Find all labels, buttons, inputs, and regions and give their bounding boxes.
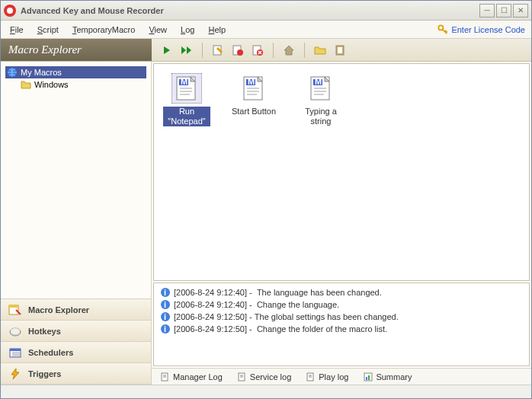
toolbar-separator [304, 43, 305, 58]
toolbar-separator [202, 43, 203, 58]
log-icon [306, 372, 316, 381]
nav-macro-explorer[interactable]: Macro Explorer [1, 299, 151, 321]
triggers-icon [8, 368, 22, 380]
summary-icon [364, 372, 373, 381]
window-title: Advanced Key and Mouse Recorder [21, 6, 479, 15]
enter-license-link[interactable]: Enter License Code [437, 24, 525, 35]
menu-view[interactable]: View [146, 24, 170, 36]
tree-node-windows[interactable]: Windows [19, 78, 146, 91]
menu-script[interactable]: Script [34, 24, 62, 36]
menubar: File Script TemporaryMacro View Log Help… [1, 21, 531, 39]
log-message: Change the folder of the macro list. [257, 324, 387, 334]
key-icon [437, 24, 448, 35]
nav-schedulers[interactable]: Schedulers [1, 342, 151, 363]
log-tab-summary[interactable]: Summary [359, 371, 416, 383]
svg-point-12 [11, 328, 20, 334]
log-time: [2006-8-24 9:12:50] - [174, 324, 252, 334]
svg-rect-10 [9, 305, 18, 308]
play-all-button[interactable] [179, 43, 194, 58]
macro-list[interactable]: M Run "Notepad" M Start Button M Typing … [153, 63, 530, 281]
sidebar: My Macros Windows Macro Explorer Hotkeys [1, 62, 152, 385]
svg-rect-14 [10, 349, 21, 351]
log-message: The global settings has been changed. [255, 312, 399, 321]
log-message: The language has been changed. [257, 288, 382, 297]
macro-item-run-notepad[interactable]: M Run "Notepad" [163, 73, 210, 126]
log-message: Change the language. [257, 300, 339, 309]
log-icon [161, 372, 170, 381]
delete-button[interactable] [250, 43, 265, 58]
hotkeys-icon [8, 325, 22, 337]
edit-button[interactable] [210, 43, 226, 58]
info-icon: i [160, 324, 171, 334]
globe-icon [7, 67, 18, 78]
svg-rect-55 [368, 375, 370, 380]
play-button[interactable] [159, 43, 175, 58]
log-tab-service[interactable]: Service log [233, 371, 296, 383]
main-panel: M Run "Notepad" M Start Button M Typing … [152, 62, 531, 385]
svg-rect-7 [338, 47, 342, 53]
svg-point-3 [237, 49, 243, 56]
tab-label: Summary [376, 372, 412, 381]
tab-label: Play log [319, 372, 348, 381]
nav-label: Hotkeys [28, 327, 61, 336]
close-button[interactable]: ✕ [513, 4, 528, 18]
svg-text:M: M [248, 77, 255, 86]
tab-label: Service log [250, 372, 291, 381]
log-time: [2006-8-24 9:12:40] - [174, 300, 252, 309]
macro-tree: My Macros Windows [1, 62, 151, 298]
svg-rect-54 [366, 377, 367, 380]
folder-icon [21, 79, 31, 90]
log-panel[interactable]: i [2006-8-24 9:12:40] - The language has… [153, 282, 530, 366]
log-time: [2006-8-24 9:12:50] - [174, 312, 252, 321]
clipboard-button[interactable] [332, 43, 348, 58]
svg-text:M: M [315, 77, 322, 86]
log-entry: i [2006-8-24 9:12:50] - The global setti… [160, 311, 523, 323]
macro-label: Start Button [230, 107, 277, 117]
folder-button[interactable] [312, 43, 328, 58]
statusbar [1, 385, 531, 398]
svg-text:i: i [164, 300, 166, 309]
svg-text:M: M [181, 77, 187, 86]
log-tab-manager[interactable]: Manager Log [156, 371, 227, 383]
log-entry: i [2006-8-24 9:12:40] - The language has… [160, 286, 523, 298]
toolbar-icons [152, 43, 348, 58]
home-button[interactable] [281, 43, 296, 58]
titlebar[interactable]: Advanced Key and Mouse Recorder ─ ☐ ✕ [1, 1, 531, 21]
log-entry: i [2006-8-24 9:12:40] - Change the langu… [160, 298, 523, 311]
window-controls: ─ ☐ ✕ [479, 4, 528, 18]
nav-label: Schedulers [28, 348, 73, 357]
log-tab-play[interactable]: Play log [302, 371, 353, 383]
log-entry: i [2006-8-24 9:12:50] - Change the folde… [160, 323, 523, 335]
app-window: Advanced Key and Mouse Recorder ─ ☐ ✕ Fi… [0, 0, 532, 399]
svg-text:i: i [164, 324, 166, 334]
tree-node-my-macros[interactable]: My Macros [5, 66, 146, 78]
log-time: [2006-8-24 9:12:40] - [174, 288, 252, 297]
record-button[interactable] [230, 43, 245, 58]
svg-text:i: i [164, 312, 166, 321]
minimize-button[interactable]: ─ [479, 4, 495, 18]
tree-label: My Macros [21, 68, 62, 77]
macro-item-typing-string[interactable]: M Typing a string [297, 73, 345, 126]
macro-label: Run "Notepad" [163, 107, 210, 126]
nav-label: Macro Explorer [28, 305, 89, 314]
schedulers-icon [8, 346, 22, 359]
tree-label: Windows [34, 80, 69, 89]
log-tabs: Manager Log Service log Play log Summary [152, 368, 531, 385]
tab-label: Manager Log [173, 372, 223, 381]
macro-explorer-icon [8, 304, 22, 316]
content-area: My Macros Windows Macro Explorer Hotkeys [1, 62, 531, 385]
menu-log[interactable]: Log [178, 24, 197, 36]
info-icon: i [160, 299, 171, 310]
info-icon: i [160, 311, 171, 322]
maximize-button[interactable]: ☐ [496, 4, 511, 18]
menu-file[interactable]: File [7, 24, 27, 36]
menu-help[interactable]: Help [205, 24, 229, 36]
nav-hotkeys[interactable]: Hotkeys [1, 321, 151, 342]
nav-triggers[interactable]: Triggers [1, 363, 151, 385]
macro-label: Typing a string [297, 107, 345, 126]
main-toolbar: Macro Explorer [1, 39, 531, 62]
macro-icon: M [239, 73, 269, 104]
menu-temporary-macro[interactable]: TemporaryMacro [69, 24, 139, 36]
macro-item-start-button[interactable]: M Start Button [230, 73, 277, 117]
toolbar-separator [273, 43, 274, 58]
